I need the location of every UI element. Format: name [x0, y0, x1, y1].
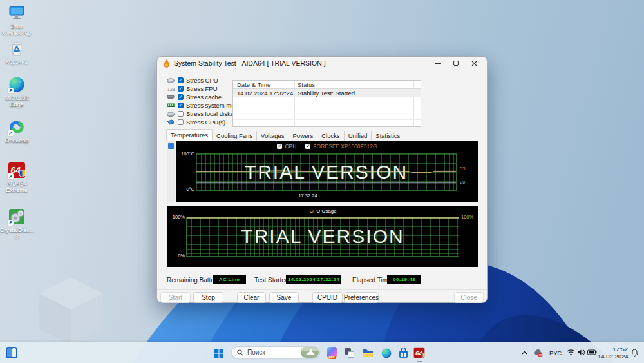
- battery-button[interactable]: [587, 349, 597, 355]
- stress-gpu-checkbox[interactable]: [178, 119, 184, 125]
- tab-voltages[interactable]: Voltages: [257, 131, 289, 141]
- tray-chevron-button[interactable]: [522, 351, 527, 355]
- chart-legend: CPU FORESEE XP1000F512G: [176, 143, 478, 150]
- recycle-bin-icon: [7, 39, 26, 58]
- search-icon: [237, 349, 243, 356]
- battery-lcd: AC Line: [213, 275, 246, 284]
- tab-cooling-fans[interactable]: Cooling Fans: [213, 131, 257, 141]
- event-log-table[interactable]: Date & Time Status 14.02.2024 17:32:24 S…: [232, 80, 421, 127]
- wifi-button[interactable]: [567, 349, 575, 356]
- chart-scrollbar[interactable]: [167, 141, 175, 202]
- battery-icon: [587, 349, 597, 355]
- onedrive-status-button[interactable]: [533, 349, 543, 357]
- stress-option-cache[interactable]: Stress cache: [166, 93, 222, 101]
- copilot-button[interactable]: PRE: [326, 346, 338, 358]
- desktop-icon-label: OneLeap: [5, 137, 28, 144]
- desktop-icon-this-pc[interactable]: Этот компьютер: [0, 3, 33, 36]
- desktop-icon-crystaldiskinfo[interactable]: CrystalDisk... 8: [0, 207, 33, 240]
- shortcut-arrow-icon: [8, 130, 14, 136]
- minimize-button[interactable]: [429, 57, 447, 70]
- microsoft-store-button[interactable]: [398, 348, 408, 358]
- close-test-button[interactable]: Close: [454, 292, 484, 303]
- stress-cache-checkbox[interactable]: [178, 94, 184, 100]
- column-header-status[interactable]: Status: [298, 81, 315, 88]
- legend-cpu[interactable]: CPU: [277, 143, 296, 150]
- edge-button[interactable]: [381, 348, 392, 358]
- file-explorer-icon: [362, 348, 374, 358]
- cache-icon: [166, 93, 175, 101]
- desktop-icon-oneleap[interactable]: OneLeap: [0, 117, 33, 144]
- tab-clocks[interactable]: Clocks: [317, 131, 345, 141]
- legend-label: CPU: [285, 143, 296, 150]
- stress-option-gpu[interactable]: Stress GPU(s): [166, 118, 225, 126]
- maximize-button[interactable]: [447, 57, 465, 70]
- cpuid-button[interactable]: CPUID: [312, 292, 343, 303]
- cpu-usage-chart: CPU Usage 100% 0% TRIAL VERSION 100%: [167, 206, 478, 267]
- stress-cpu-checkbox[interactable]: [178, 77, 184, 83]
- stop-button[interactable]: Stop: [193, 292, 223, 303]
- desktop-icon-edge[interactable]: Microsoft Edge: [0, 75, 33, 108]
- clock[interactable]: 17:52 14.02.2024: [598, 346, 628, 360]
- taskbar: Поиск PRE 64: [0, 342, 644, 363]
- stress-fpu-checkbox[interactable]: [178, 86, 184, 92]
- widgets-button[interactable]: [5, 346, 18, 359]
- oneleap-icon: [7, 117, 26, 137]
- volume-button[interactable]: [577, 349, 585, 356]
- legend-cpu-checkbox[interactable]: [277, 144, 282, 149]
- onedrive-error-icon: [533, 349, 543, 357]
- stress-option-fpu[interactable]: 123 Stress FPU: [166, 84, 218, 93]
- search-daily-image[interactable]: [301, 347, 319, 358]
- search-box[interactable]: Поиск: [231, 346, 320, 358]
- clear-button[interactable]: Clear: [237, 292, 266, 303]
- save-button[interactable]: Save: [269, 292, 299, 303]
- y-axis-min-label: 0°C: [177, 186, 194, 192]
- tab-temperatures[interactable]: Temperatures: [166, 129, 213, 141]
- y-axis-max-label: 100%: [169, 214, 185, 220]
- tab-statistics[interactable]: Statistics: [372, 131, 404, 141]
- close-button[interactable]: [465, 57, 483, 70]
- desktop-icon-aida64[interactable]: 64 AIDA64 Extreme: [0, 161, 33, 193]
- column-header-datetime[interactable]: Date & Time: [237, 81, 270, 88]
- wallpaper-cube: [39, 277, 103, 345]
- stress-option-label: Stress GPU(s): [186, 119, 225, 126]
- desktop-icon-label: AIDA64 Extreme: [0, 181, 33, 193]
- stress-option-disks[interactable]: Stress local disks: [166, 110, 233, 118]
- copilot-icon: PRE: [327, 347, 337, 358]
- stress-memory-checkbox[interactable]: [178, 103, 184, 108]
- window-titlebar[interactable]: System Stability Test - AIDA64 [ TRIAL V…: [157, 57, 487, 70]
- x-axis-time-label: 17:32:24: [298, 193, 317, 199]
- file-explorer-button[interactable]: [362, 348, 374, 358]
- test-started-lcd: 14.02.2024 17:32:24: [286, 275, 341, 284]
- stress-option-cpu[interactable]: Stress CPU: [166, 76, 218, 84]
- y-axis-min-label: 0%: [170, 253, 185, 259]
- stress-option-label: Stress CPU: [186, 77, 218, 84]
- tab-unified[interactable]: Unified: [345, 131, 372, 141]
- temperature-chart: CPU FORESEE XP1000F512G 100°C 0°C TRIAL …: [176, 141, 478, 202]
- cpu-temp-value: 20: [460, 179, 465, 185]
- start-button-taskbar[interactable]: [214, 348, 223, 358]
- this-pc-icon: [7, 3, 26, 23]
- stress-disks-checkbox[interactable]: [178, 111, 184, 117]
- preferences-button[interactable]: Preferences: [344, 292, 379, 303]
- tab-powers[interactable]: Powers: [289, 131, 318, 141]
- notifications-button[interactable]: [631, 349, 638, 357]
- legend-foresee[interactable]: FORESEE XP1000F512G: [305, 143, 377, 150]
- desktop-icon-recycle-bin[interactable]: Корзина: [0, 39, 33, 65]
- language-indicator[interactable]: РУС: [549, 349, 562, 357]
- y-axis-max-label: 100°C: [177, 151, 194, 157]
- stress-option-label: Stress FPU: [186, 85, 218, 92]
- trial-watermark: TRIAL VERSION: [196, 153, 457, 191]
- search-placeholder: Поиск: [247, 349, 301, 356]
- chart-title: CPU Usage: [167, 208, 478, 214]
- scrollbar-thumb[interactable]: [168, 143, 174, 149]
- aida64-taskbar-button[interactable]: 64: [413, 347, 425, 358]
- table-row[interactable]: 14.02.2024 17:32:24 Stability Test: Star…: [233, 89, 421, 97]
- desktop-icon-label: Этот компьютер: [0, 23, 33, 36]
- flame-icon: [163, 59, 170, 68]
- shortcut-arrow-icon: [8, 88, 14, 93]
- legend-foresee-checkbox[interactable]: [305, 144, 310, 149]
- start-button[interactable]: Start: [160, 292, 191, 303]
- maximize-icon: [453, 61, 459, 66]
- trial-watermark: TRIAL VERSION: [186, 217, 459, 257]
- task-view-button[interactable]: [344, 348, 355, 358]
